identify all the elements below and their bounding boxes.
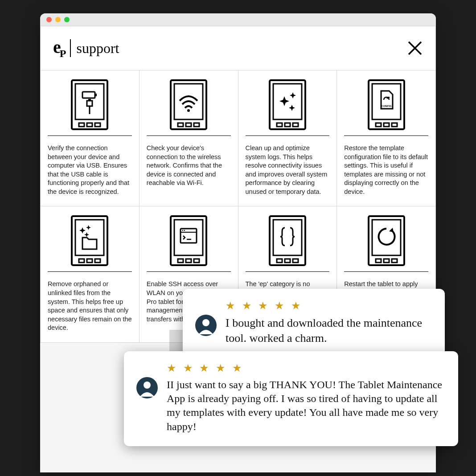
svg-rect-46 xyxy=(293,259,298,263)
svg-rect-25 xyxy=(392,123,397,127)
svg-rect-5 xyxy=(82,92,95,98)
svg-rect-33 xyxy=(174,220,203,255)
svg-point-53 xyxy=(202,319,209,326)
svg-rect-23 xyxy=(376,123,381,127)
card-text: Restore the template configuration file … xyxy=(344,144,428,196)
card-text: Clean up and optimize system logs. This … xyxy=(246,144,330,196)
svg-rect-14 xyxy=(194,123,199,127)
star-rating: ★ ★ ★ ★ ★ xyxy=(167,362,446,374)
review-text: I bought and downloaded the maintenance … xyxy=(226,316,432,346)
svg-rect-6 xyxy=(95,94,97,96)
terminal-tablet-icon xyxy=(147,214,231,267)
svg-rect-50 xyxy=(384,259,389,263)
card-remove-files[interactable]: Remove orphaned or unlinked files from t… xyxy=(41,206,139,342)
review-card-1: ★ ★ ★ ★ ★ I bought and downloaded the ma… xyxy=(183,289,445,358)
restart-tablet-icon xyxy=(344,214,428,267)
svg-rect-51 xyxy=(392,259,397,263)
svg-rect-24 xyxy=(384,123,389,127)
svg-rect-32 xyxy=(171,216,206,265)
window-close-dot[interactable] xyxy=(46,17,52,22)
card-text: Remove orphaned or unlinked files from t… xyxy=(48,280,132,332)
star-rating: ★ ★ ★ ★ ★ xyxy=(226,300,432,312)
logo-icon: eP xyxy=(53,37,65,60)
sparkle-tablet-icon xyxy=(246,78,330,131)
svg-rect-8 xyxy=(88,99,91,101)
brand-divider xyxy=(70,39,71,57)
svg-rect-20 xyxy=(293,123,298,127)
svg-rect-44 xyxy=(277,259,282,263)
braces-tablet-icon xyxy=(246,214,330,267)
svg-rect-3 xyxy=(87,123,92,127)
svg-rect-4 xyxy=(95,123,100,127)
svg-rect-31 xyxy=(95,259,100,263)
usb-battery-tablet-icon xyxy=(48,78,132,131)
brand-text: support xyxy=(76,40,119,57)
review-text: II just want to say a big THANK YOU! The… xyxy=(167,378,446,434)
avatar-icon xyxy=(136,377,158,398)
brand: eP support xyxy=(53,37,119,60)
svg-rect-45 xyxy=(285,259,290,263)
config-file-tablet-icon: CONFIG xyxy=(344,78,428,131)
close-icon[interactable] xyxy=(407,40,423,56)
window-minimize-dot[interactable] xyxy=(55,17,61,22)
svg-rect-47 xyxy=(369,216,404,265)
svg-rect-30 xyxy=(87,259,92,263)
card-text: Check your device's connection to the wi… xyxy=(147,144,231,188)
svg-rect-43 xyxy=(273,220,302,255)
svg-rect-22 xyxy=(372,84,401,119)
svg-rect-10 xyxy=(171,80,206,129)
svg-rect-29 xyxy=(79,259,84,263)
svg-point-55 xyxy=(144,382,151,389)
svg-point-40 xyxy=(184,230,185,231)
svg-point-39 xyxy=(182,230,183,231)
svg-rect-18 xyxy=(277,123,282,127)
sparkle-folder-tablet-icon xyxy=(48,214,132,267)
avatar-icon xyxy=(195,315,217,336)
svg-text:CONFIG: CONFIG xyxy=(381,105,392,107)
svg-rect-16 xyxy=(270,80,305,129)
card-wifi[interactable]: Check your device's connection to the wi… xyxy=(140,70,238,206)
svg-rect-48 xyxy=(372,220,401,255)
window-maximize-dot[interactable] xyxy=(64,17,70,22)
svg-rect-13 xyxy=(186,123,191,127)
svg-rect-19 xyxy=(285,123,290,127)
card-config[interactable]: CONFIG Restore the template configuratio… xyxy=(337,70,435,206)
card-cleanup[interactable]: Clean up and optimize system logs. This … xyxy=(238,70,337,206)
svg-point-15 xyxy=(187,109,190,112)
svg-rect-27 xyxy=(72,216,107,265)
titlebar xyxy=(40,13,436,26)
svg-rect-7 xyxy=(87,101,92,106)
card-text: Verify the connection between your devic… xyxy=(48,144,132,196)
svg-rect-49 xyxy=(376,259,381,263)
card-usb[interactable]: Verify the connection between your devic… xyxy=(41,70,139,206)
svg-rect-0 xyxy=(72,80,107,129)
svg-rect-36 xyxy=(194,259,199,263)
svg-rect-12 xyxy=(178,123,183,127)
header: eP support xyxy=(40,26,436,70)
review-card-2: ★ ★ ★ ★ ★ II just want to say a big THAN… xyxy=(124,351,458,446)
svg-rect-42 xyxy=(270,216,305,265)
svg-rect-34 xyxy=(178,259,183,263)
svg-rect-28 xyxy=(75,220,104,255)
svg-rect-2 xyxy=(79,123,84,127)
wifi-tablet-icon xyxy=(147,78,231,131)
svg-rect-35 xyxy=(186,259,191,263)
